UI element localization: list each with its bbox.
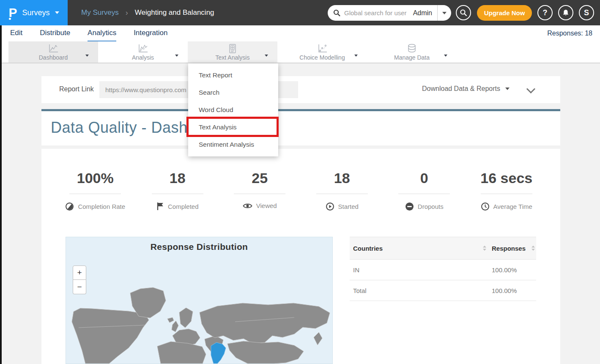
column-header-responses[interactable]: Responses bbox=[492, 245, 536, 252]
menu-item-search[interactable]: Search bbox=[188, 84, 278, 101]
menu-item-text-analysis[interactable]: Text Analysis bbox=[188, 118, 278, 136]
divider bbox=[481, 194, 532, 194]
bell-icon bbox=[562, 9, 569, 16]
report-link-bar: Report Link Download Data & Reports bbox=[41, 76, 560, 103]
eye-icon bbox=[243, 203, 252, 209]
nav-items: Edit Distribute Analytics Integration bbox=[10, 25, 167, 41]
download-data-reports-dropdown[interactable]: Download Data & Reports bbox=[422, 85, 510, 93]
island-japan bbox=[314, 332, 322, 345]
stat-label: Completed bbox=[168, 203, 199, 210]
avatar-letter: S bbox=[584, 8, 589, 17]
column-label: Responses bbox=[492, 245, 526, 252]
scatter-chart-icon bbox=[317, 44, 328, 54]
play-circle-icon bbox=[326, 202, 334, 211]
search-icon bbox=[460, 9, 467, 16]
global-search: Admin bbox=[328, 5, 451, 21]
notifications-button[interactable] bbox=[558, 5, 573, 20]
stat-value: 18 bbox=[334, 170, 350, 186]
stat-label: Viewed bbox=[256, 202, 277, 209]
minus-circle-icon bbox=[405, 202, 414, 211]
global-search-input[interactable] bbox=[344, 9, 411, 16]
avatar[interactable]: S bbox=[579, 5, 594, 20]
stat-value: 0 bbox=[420, 170, 428, 186]
responses-cell: 100.00% bbox=[492, 287, 536, 294]
upgrade-now-button[interactable]: Upgrade Now bbox=[477, 5, 532, 21]
sort-icon bbox=[531, 245, 535, 251]
island-iceland bbox=[167, 317, 174, 323]
logo-p-icon: P bbox=[8, 6, 17, 19]
countries-table: Countries Responses IN 100.00% Total 100… bbox=[350, 237, 536, 301]
dashboard-panel: 100% Completion Rate 18 Completed 25 Vie… bbox=[41, 149, 560, 364]
world-map[interactable] bbox=[66, 237, 332, 364]
divider bbox=[398, 194, 450, 194]
responses-count: Responses: 18 bbox=[547, 25, 592, 41]
search-scope-dropdown[interactable] bbox=[438, 12, 451, 14]
chevron-down-icon bbox=[175, 51, 178, 58]
column-header-countries[interactable]: Countries bbox=[350, 245, 492, 252]
breadcrumb: My Surveys › Weighting and Balancing bbox=[81, 0, 214, 25]
stat-value: 25 bbox=[252, 170, 268, 186]
country-cell: Total bbox=[350, 287, 492, 294]
breadcrumb-my-surveys[interactable]: My Surveys bbox=[81, 8, 119, 17]
analytics-toolbar: Dashboard Analysis Text Analysis Choice … bbox=[0, 41, 600, 63]
region-scandinavia bbox=[179, 308, 193, 328]
divider bbox=[69, 194, 121, 194]
zoom-in-button[interactable]: + bbox=[73, 265, 86, 280]
database-icon bbox=[407, 44, 417, 54]
country-cell: IN bbox=[350, 266, 492, 274]
chevron-down-icon bbox=[444, 51, 447, 58]
nav-tab-edit[interactable]: Edit bbox=[10, 25, 22, 41]
stat-label: Completion Rate bbox=[78, 203, 125, 210]
toolbar-tab-label: Choice Modelling bbox=[299, 54, 345, 61]
chevron-down-icon bbox=[265, 51, 268, 58]
divider bbox=[316, 194, 368, 194]
page-heading-panel: Data Quality - Dashboard bbox=[41, 109, 560, 145]
chevron-down-icon bbox=[354, 51, 358, 58]
country-in[interactable] bbox=[211, 342, 226, 364]
stat-started: 18 Started bbox=[301, 170, 384, 211]
zoom-out-button[interactable]: − bbox=[73, 280, 86, 294]
toolbar-tab-analysis[interactable]: Analysis bbox=[98, 41, 188, 63]
toolbar-tab-label: Manage Data bbox=[394, 54, 430, 61]
screen-edge-strip bbox=[0, 25, 2, 364]
app-logo[interactable]: P Surveys bbox=[0, 0, 68, 25]
toolbar-tab-label: Analysis bbox=[132, 54, 154, 61]
menu-item-word-cloud[interactable]: Word Cloud bbox=[188, 101, 278, 118]
chevron-down-icon bbox=[442, 12, 447, 14]
menu-item-text-report[interactable]: Text Report bbox=[188, 66, 278, 84]
toolbar-tab-label: Text Analysis bbox=[216, 54, 250, 61]
search-button[interactable] bbox=[456, 5, 471, 20]
chevron-down-icon bbox=[85, 51, 89, 58]
response-distribution-map[interactable]: Response Distribution + − bbox=[66, 237, 333, 364]
report-link-label: Report Link bbox=[59, 85, 94, 93]
stat-average-time: 16 secs Average Time bbox=[466, 170, 548, 211]
nav-tab-distribute[interactable]: Distribute bbox=[40, 25, 70, 41]
nav-tab-integration[interactable]: Integration bbox=[134, 25, 167, 41]
nav-tab-analytics[interactable]: Analytics bbox=[88, 25, 116, 41]
download-label: Download Data & Reports bbox=[422, 85, 500, 93]
flag-icon bbox=[156, 202, 164, 211]
sort-icon bbox=[482, 245, 487, 251]
table-header: Countries Responses bbox=[350, 237, 536, 260]
stat-label: Started bbox=[338, 203, 359, 210]
stat-value: 16 secs bbox=[480, 170, 532, 186]
divider bbox=[152, 194, 203, 194]
region-southeast-asia bbox=[227, 341, 304, 364]
toolbar-tab-label: Dashboard bbox=[39, 54, 68, 61]
question-mark-icon: ? bbox=[543, 8, 548, 17]
survey-nav: Edit Distribute Analytics Integration Re… bbox=[0, 25, 600, 41]
top-bar: P Surveys My Surveys › Weighting and Bal… bbox=[0, 0, 600, 25]
responses-cell: 100.00% bbox=[492, 266, 536, 274]
island-uk bbox=[172, 321, 178, 332]
menu-item-sentiment-analysis[interactable]: Sentiment Analysis bbox=[188, 136, 278, 153]
collapse-chevron-icon[interactable] bbox=[527, 85, 534, 92]
toolbar-tab-manage-data[interactable]: Manage Data bbox=[367, 41, 457, 63]
chevron-down-icon bbox=[55, 11, 59, 14]
toolbar-tab-dashboard[interactable]: Dashboard bbox=[8, 41, 98, 63]
help-button[interactable]: ? bbox=[537, 5, 553, 20]
product-name: Surveys bbox=[22, 8, 49, 17]
continent-africa bbox=[157, 342, 206, 364]
table-row: IN 100.00% bbox=[350, 260, 536, 280]
toolbar-tab-text-analysis[interactable]: Text Analysis bbox=[188, 41, 277, 63]
toolbar-tab-choice-modelling[interactable]: Choice Modelling bbox=[277, 41, 367, 63]
